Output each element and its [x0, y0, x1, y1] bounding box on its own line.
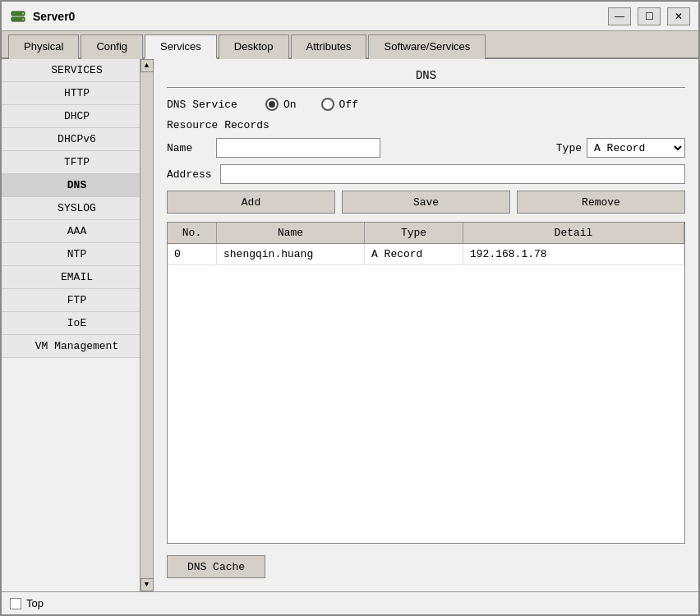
sidebar-item-tftp[interactable]: TFTP — [2, 151, 153, 174]
name-field-label: Name — [167, 142, 208, 154]
tab-bar: Physical Config Services Desktop Attribu… — [2, 31, 698, 59]
cell-type: A Record — [365, 244, 463, 264]
tab-attributes[interactable]: Attributes — [291, 34, 367, 59]
title-bar-left: Server0 — [10, 8, 75, 25]
main-content: SERVICES HTTP DHCP DHCPv6 TFTP DNS SYSLO… — [2, 59, 698, 591]
sidebar-item-dns[interactable]: DNS — [2, 174, 153, 197]
top-checkbox[interactable] — [10, 598, 21, 609]
address-input[interactable] — [220, 164, 685, 184]
button-row: Add Save Remove — [167, 191, 685, 214]
col-name: Name — [217, 223, 365, 243]
dns-service-row: DNS Service On Off — [167, 98, 685, 111]
radio-on-option[interactable]: On — [265, 98, 297, 111]
sidebar-item-aaa[interactable]: AAA — [2, 220, 153, 243]
sidebar-item-email[interactable]: EMAIL — [2, 266, 153, 289]
window-title: Server0 — [33, 10, 75, 23]
address-row: Address — [167, 164, 685, 184]
cell-name: shengqin.huang — [217, 244, 365, 264]
cell-detail: 192.168.1.78 — [463, 244, 684, 264]
sidebar-item-dhcp[interactable]: DHCP — [2, 105, 153, 128]
tab-desktop[interactable]: Desktop — [219, 34, 289, 59]
bottom-bar: DNS Cache — [167, 552, 685, 582]
dns-section-title: DNS — [167, 69, 685, 82]
dns-records-table: No. Name Type Detail 0 shengqin.huang A … — [167, 222, 685, 544]
bottom-footer: Top — [2, 591, 698, 614]
minimize-button[interactable]: — — [608, 7, 631, 25]
sidebar-item-http[interactable]: HTTP — [2, 82, 153, 105]
title-divider — [167, 87, 685, 88]
radio-off-option[interactable]: Off — [321, 98, 358, 111]
sidebar: SERVICES HTTP DHCP DHCPv6 TFTP DNS SYSLO… — [2, 59, 154, 591]
content-area: DNS DNS Service On Off Resource Recor — [154, 59, 698, 591]
sidebar-scroll: SERVICES HTTP DHCP DHCPv6 TFTP DNS SYSLO… — [2, 59, 153, 591]
sidebar-scrollbar: ▲ ▼ — [140, 59, 153, 591]
col-type: Type — [365, 223, 463, 243]
top-checkbox-wrapper: Top — [10, 597, 44, 609]
cell-no: 0 — [168, 244, 217, 264]
sidebar-item-services[interactable]: SERVICES — [2, 59, 153, 82]
title-bar-controls: — ☐ ✕ — [608, 7, 690, 25]
svg-point-2 — [22, 12, 24, 14]
radio-on-label: On — [283, 99, 297, 111]
sidebar-item-ioe[interactable]: IoE — [2, 312, 153, 335]
sidebar-item-vm-management[interactable]: VM Management — [2, 335, 153, 358]
scroll-down-arrow[interactable]: ▼ — [140, 578, 154, 591]
table-row[interactable]: 0 shengqin.huang A Record 192.168.1.78 — [168, 244, 684, 265]
col-no: No. — [168, 223, 217, 243]
remove-button[interactable]: Remove — [517, 191, 685, 214]
maximize-button[interactable]: ☐ — [638, 7, 661, 25]
resource-records-label: Resource Records — [167, 119, 685, 131]
server-icon — [10, 8, 26, 25]
svg-point-3 — [22, 18, 24, 20]
top-label: Top — [26, 597, 44, 609]
tab-software-services[interactable]: Software/Services — [368, 34, 486, 59]
type-select[interactable]: A Record AAAA Record CNAME MX — [587, 138, 685, 158]
table-body: 0 shengqin.huang A Record 192.168.1.78 — [168, 244, 684, 265]
dns-service-label: DNS Service — [167, 99, 265, 111]
sidebar-item-ftp[interactable]: FTP — [2, 289, 153, 312]
address-field-label: Address — [167, 168, 212, 181]
tab-config[interactable]: Config — [81, 34, 143, 59]
tab-physical[interactable]: Physical — [8, 34, 79, 59]
scroll-up-arrow[interactable]: ▲ — [140, 59, 154, 72]
name-input[interactable] — [216, 138, 380, 158]
col-detail: Detail — [463, 223, 684, 243]
radio-on-circle — [265, 98, 279, 111]
dns-cache-button[interactable]: DNS Cache — [167, 555, 265, 578]
name-type-row: Name Type A Record AAAA Record CNAME MX — [167, 138, 685, 158]
sidebar-item-syslog[interactable]: SYSLOG — [2, 197, 153, 220]
type-field-label: Type — [556, 142, 582, 154]
radio-off-circle — [321, 98, 334, 111]
dns-service-radio-group: On Off — [265, 98, 358, 111]
sidebar-item-ntp[interactable]: NTP — [2, 243, 153, 266]
radio-off-label: Off — [339, 99, 358, 111]
save-button[interactable]: Save — [342, 191, 510, 214]
type-select-wrapper: Type A Record AAAA Record CNAME MX — [556, 138, 685, 158]
add-button[interactable]: Add — [167, 191, 335, 214]
close-button[interactable]: ✕ — [667, 7, 690, 25]
title-bar: Server0 — ☐ ✕ — [2, 2, 698, 31]
tab-services[interactable]: Services — [145, 34, 217, 59]
sidebar-item-dhcpv6[interactable]: DHCPv6 — [2, 128, 153, 151]
table-header: No. Name Type Detail — [168, 223, 684, 244]
main-window: Server0 — ☐ ✕ Physical Config Services D… — [0, 0, 700, 616]
